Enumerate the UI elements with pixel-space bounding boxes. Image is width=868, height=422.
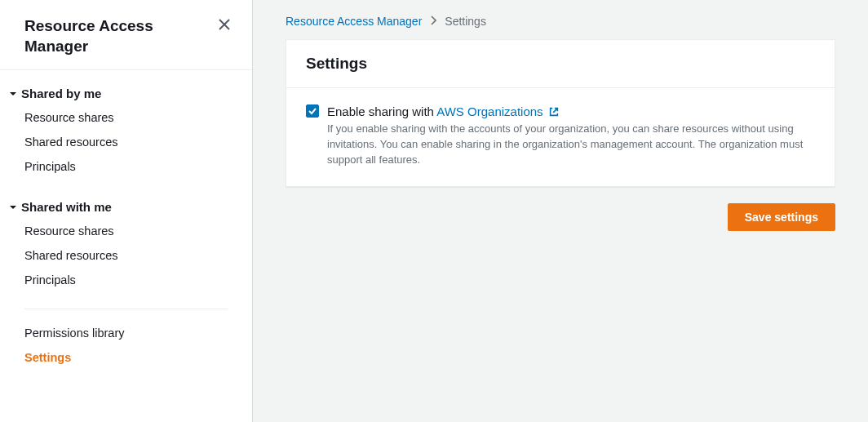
sidebar-title: Resource Access Manager bbox=[24, 16, 216, 56]
breadcrumb-root-link[interactable]: Resource Access Manager bbox=[286, 15, 422, 28]
panel-header: Settings bbox=[286, 40, 835, 88]
caret-down-icon bbox=[8, 90, 18, 98]
sidebar: Resource Access Manager Shared by me Res… bbox=[0, 0, 253, 422]
sidebar-item-resource-shares[interactable]: Resource shares bbox=[0, 105, 252, 130]
breadcrumb-current: Settings bbox=[445, 15, 486, 28]
nav-section-shared-with-me: Shared with me Resource shares Shared re… bbox=[0, 184, 252, 297]
external-link-icon[interactable] bbox=[548, 106, 560, 118]
setting-text: Enable sharing with AWS Organizations If… bbox=[327, 103, 815, 168]
nav-section-header-shared-with-me[interactable]: Shared with me bbox=[0, 195, 252, 219]
sidebar-item-principals-with-me[interactable]: Principals bbox=[0, 268, 252, 292]
caret-down-icon bbox=[8, 203, 18, 211]
enable-sharing-checkbox[interactable] bbox=[306, 104, 319, 118]
close-icon[interactable] bbox=[216, 16, 232, 33]
nav-divider bbox=[24, 309, 228, 309]
nav-section-header-shared-by-me[interactable]: Shared by me bbox=[0, 82, 252, 105]
sidebar-item-principals[interactable]: Principals bbox=[0, 154, 252, 179]
setting-label: Enable sharing with AWS Organizations bbox=[327, 103, 815, 120]
breadcrumb: Resource Access Manager Settings bbox=[286, 15, 835, 39]
sidebar-item-permissions-library[interactable]: Permissions library bbox=[0, 321, 252, 345]
sidebar-item-shared-resources-with-me[interactable]: Shared resources bbox=[0, 243, 252, 268]
sidebar-item-resource-shares-with-me[interactable]: Resource shares bbox=[0, 219, 252, 243]
setting-label-prefix: Enable sharing with bbox=[327, 104, 436, 118]
aws-organizations-link[interactable]: AWS Organizations bbox=[436, 104, 542, 118]
panel-body: Enable sharing with AWS Organizations If… bbox=[286, 88, 835, 186]
sidebar-header: Resource Access Manager bbox=[0, 16, 252, 70]
main-content: Resource Access Manager Settings Setting… bbox=[253, 0, 868, 422]
nav-section-shared-by-me: Shared by me Resource shares Shared reso… bbox=[0, 70, 252, 184]
panel-title: Settings bbox=[306, 55, 815, 73]
sidebar-item-settings[interactable]: Settings bbox=[0, 345, 252, 370]
save-settings-button[interactable]: Save settings bbox=[728, 203, 835, 231]
chevron-right-icon bbox=[430, 15, 436, 28]
sidebar-item-shared-resources[interactable]: Shared resources bbox=[0, 130, 252, 154]
settings-panel: Settings Enable sharing with AWS Organiz… bbox=[286, 39, 835, 187]
actions-row: Save settings bbox=[286, 187, 835, 231]
setting-description: If you enable sharing with the accounts … bbox=[327, 122, 815, 168]
nav-section-label: Shared by me bbox=[21, 87, 101, 100]
nav-section-label: Shared with me bbox=[21, 200, 112, 214]
